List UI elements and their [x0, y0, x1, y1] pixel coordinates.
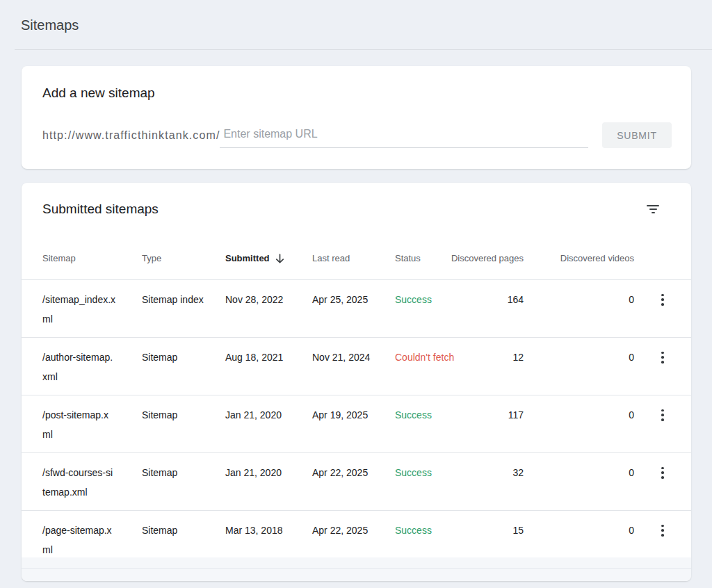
- cell-last-read: Apr 22, 2025: [312, 463, 395, 482]
- add-sitemap-card: Add a new sitemap http://www.trafficthin…: [22, 66, 691, 169]
- cell-type: Sitemap: [142, 521, 225, 540]
- submitted-sitemaps-title: Submitted sitemaps: [42, 201, 159, 218]
- cell-submitted: Jan 21, 2020: [225, 463, 312, 482]
- cell-sitemap: /sitemap_index.xml: [42, 290, 117, 329]
- cell-type: Sitemap index: [142, 290, 225, 309]
- col-header-type[interactable]: Type: [142, 253, 225, 263]
- table-row[interactable]: /author-sitemap.xml Sitemap Aug 18, 2021…: [22, 338, 691, 395]
- cell-last-read: Nov 21, 2024: [312, 348, 395, 367]
- cell-type: Sitemap: [142, 405, 225, 425]
- filter-icon[interactable]: [645, 203, 661, 215]
- status-badge: Success: [395, 463, 471, 482]
- cell-sitemap: /page-sitemap.xml: [42, 521, 115, 560]
- table-row[interactable]: /sitemap_index.xml Sitemap index Nov 28,…: [22, 280, 691, 338]
- row-menu-icon[interactable]: [658, 350, 667, 364]
- cell-discovered-videos: 0: [629, 521, 634, 540]
- status-badge: Success: [395, 521, 471, 540]
- url-prefix: http://www.trafficthinktank.com/: [42, 122, 220, 148]
- cell-sitemap: /author-sitemap.xml: [42, 348, 115, 386]
- add-sitemap-title: Add a new sitemap: [42, 66, 672, 101]
- status-badge: Success: [395, 405, 471, 425]
- col-header-discovered-videos[interactable]: Discovered videos: [560, 253, 634, 263]
- add-sitemap-form: http://www.trafficthinktank.com/ SUBMIT: [42, 122, 672, 148]
- row-menu-icon[interactable]: [658, 466, 667, 480]
- cell-submitted: Nov 28, 2022: [225, 290, 312, 309]
- cell-discovered-pages: 12: [512, 348, 524, 367]
- cell-discovered-videos: 0: [629, 405, 634, 425]
- cell-discovered-videos: 0: [629, 463, 634, 482]
- table-row[interactable]: /sfwd-courses-sitemap.xml Sitemap Jan 21…: [22, 453, 691, 511]
- cell-discovered-pages: 15: [512, 521, 524, 540]
- cell-last-read: Apr 19, 2025: [312, 405, 395, 425]
- cell-submitted: Aug 18, 2021: [225, 348, 312, 367]
- table-header-row: Sitemap Type Submitted Last read Status …: [22, 245, 691, 280]
- cell-type: Sitemap: [142, 463, 225, 482]
- cell-discovered-pages: 32: [512, 463, 524, 482]
- status-badge: Couldn't fetch: [395, 348, 471, 367]
- cell-discovered-pages: 117: [508, 405, 524, 425]
- cell-sitemap: /sfwd-courses-sitemap.xml: [42, 463, 115, 502]
- sort-descending-icon: [275, 254, 284, 263]
- cell-last-read: Apr 25, 2025: [312, 290, 395, 309]
- sitemap-url-input[interactable]: [220, 122, 588, 148]
- page-title: Sitemaps: [21, 17, 712, 33]
- col-header-discovered-pages[interactable]: Discovered pages: [451, 253, 524, 263]
- row-menu-icon[interactable]: [658, 523, 667, 537]
- cell-submitted: Jan 21, 2020: [225, 405, 312, 425]
- cell-sitemap: /post-sitemap.xml: [42, 405, 115, 444]
- status-badge: Success: [395, 290, 471, 309]
- submit-button[interactable]: SUBMIT: [602, 122, 672, 148]
- col-header-last-read[interactable]: Last read: [312, 253, 395, 263]
- col-header-sitemap[interactable]: Sitemap: [42, 253, 142, 263]
- table-footer-band: [22, 569, 691, 581]
- cell-discovered-videos: 0: [629, 348, 634, 367]
- cell-last-read: Apr 22, 2025: [312, 521, 395, 540]
- cell-type: Sitemap: [142, 348, 225, 367]
- cell-discovered-videos: 0: [629, 290, 634, 309]
- col-header-submitted[interactable]: Submitted: [225, 253, 312, 263]
- row-menu-icon[interactable]: [658, 293, 667, 307]
- table-footer-band: [22, 557, 691, 568]
- table-row[interactable]: /post-sitemap.xml Sitemap Jan 21, 2020 A…: [22, 395, 691, 453]
- submitted-sitemaps-card: Submitted sitemaps Sitemap Type Submitte…: [22, 183, 691, 581]
- table-row[interactable]: /page-sitemap.xml Sitemap Mar 13, 2018 A…: [22, 511, 691, 557]
- cell-submitted: Mar 13, 2018: [225, 521, 312, 540]
- cell-discovered-pages: 164: [508, 290, 524, 309]
- row-menu-icon[interactable]: [658, 408, 667, 422]
- title-divider: [15, 49, 712, 50]
